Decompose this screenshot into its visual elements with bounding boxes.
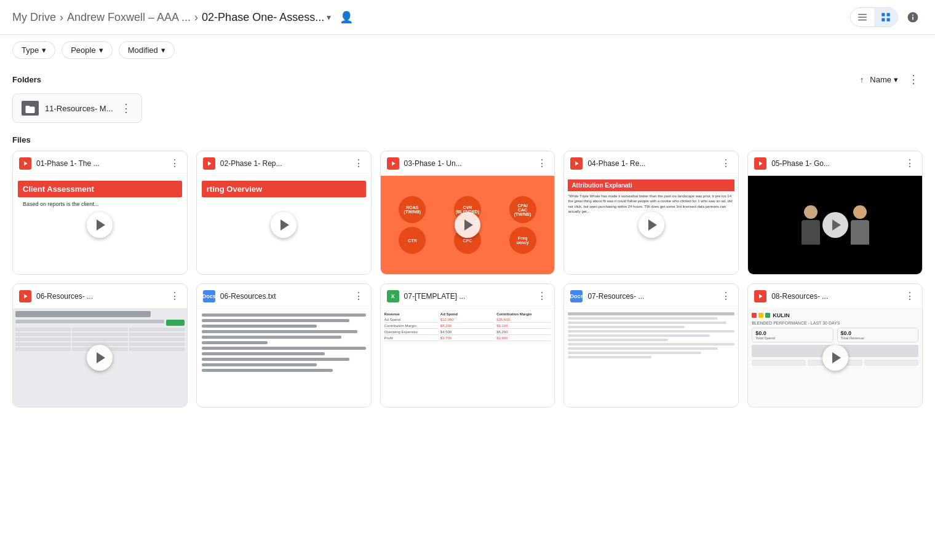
play-button-2[interactable] <box>271 212 296 238</box>
breadcrumb-current-label: 02-Phase One- Assess... <box>202 11 324 24</box>
sort-direction-button[interactable]: ↑ <box>860 75 864 84</box>
file-more-button-5[interactable]: ⋮ <box>904 156 916 170</box>
type-chevron-icon: ▾ <box>42 45 46 55</box>
file-type-icon-2 <box>203 157 215 170</box>
sort-arrow-icon: ↑ <box>860 75 864 84</box>
sort-name-label: Name <box>870 75 891 84</box>
people-filter-button[interactable]: People ▾ <box>62 41 112 59</box>
thumb-bullet-1: Based on reports is the client... <box>23 201 182 207</box>
sort-name-button[interactable]: Name ▾ <box>870 75 898 84</box>
file-more-button-10[interactable]: ⋮ <box>904 289 916 303</box>
file-more-button-2[interactable]: ⋮ <box>352 156 365 170</box>
file-thumbnail-1: Client Assessment Based on reports is th… <box>13 176 187 274</box>
file-more-button-1[interactable]: ⋮ <box>169 156 181 170</box>
file-card-2[interactable]: 02-Phase 1- Rep... ⋮ rting Overview <box>196 151 372 275</box>
section-more-button[interactable]: ⋮ <box>904 71 923 87</box>
thumb-doc-7 <box>197 309 371 407</box>
thumb-attr-text: "While Triple Whale has made it somewhat… <box>568 194 734 215</box>
svg-rect-3 <box>881 13 885 16</box>
file-card-8-header: X 07-[TEMPLATE] ... ⋮ <box>381 284 555 309</box>
sort-name-chevron-icon: ▾ <box>894 75 898 84</box>
modified-chevron-icon: ▾ <box>161 45 165 55</box>
file-thumbnail-5 <box>748 176 922 274</box>
svg-rect-1 <box>858 17 867 18</box>
file-type-icon-6 <box>19 290 31 302</box>
file-thumbnail-6 <box>13 309 187 407</box>
breadcrumb-current-folder: 02-Phase One- Assess... ▾ <box>202 11 331 24</box>
file-card-4[interactable]: 04-Phase 1- Re... ⋮ Attribution Explanat… <box>563 151 739 275</box>
folder-more-button[interactable]: ⋮ <box>119 100 133 116</box>
file-name-3: 03-Phase 1- Un... <box>404 159 531 168</box>
list-view-button[interactable] <box>851 8 874 26</box>
info-button[interactable] <box>903 7 923 27</box>
thumb-attr-banner: Attribution Explanati <box>568 179 734 191</box>
svg-rect-4 <box>887 13 890 16</box>
filter-bar: Type ▾ People ▾ Modified ▾ <box>0 35 935 65</box>
file-thumbnail-9 <box>564 309 738 407</box>
play-button-3[interactable] <box>455 212 480 238</box>
breadcrumb-my-drive[interactable]: My Drive <box>12 11 56 24</box>
file-card-10[interactable]: 08-Resources- ... ⋮ KULIN BL <box>747 283 923 408</box>
people-chevron-icon: ▾ <box>99 45 103 55</box>
file-more-button-8[interactable]: ⋮ <box>536 289 548 303</box>
file-card-7[interactable]: Docs 06-Resources.txt ⋮ <box>196 283 372 408</box>
breadcrumb-bar: My Drive › Andrew Foxwell – AAA ... › 02… <box>0 0 935 35</box>
modified-filter-button[interactable]: Modified ▾ <box>119 41 175 59</box>
grid-view-button[interactable] <box>874 8 897 26</box>
file-more-button-6[interactable]: ⋮ <box>169 289 181 303</box>
file-card-2-header: 02-Phase 1- Rep... ⋮ <box>197 151 371 176</box>
kulin-metric2-val: $0.0 <box>841 330 915 336</box>
thumb-banner-1: Client Assessment <box>18 181 182 197</box>
file-type-icon-3 <box>387 157 399 170</box>
files-grid: 01-Phase 1- The ... ⋮ Client Assessment … <box>12 151 923 408</box>
file-name-9: 07-Resources- ... <box>587 292 715 301</box>
view-toggle <box>850 7 898 27</box>
folders-section-title: Folders <box>12 75 41 84</box>
svg-rect-2 <box>858 20 867 21</box>
breadcrumb-dropdown-icon[interactable]: ▾ <box>327 12 331 22</box>
play-button-10[interactable] <box>822 345 848 371</box>
file-card-5[interactable]: 05-Phase 1- Go... ⋮ <box>747 151 923 275</box>
file-type-icon-5 <box>754 157 766 170</box>
kulin-metric2-label: Total Revenue <box>841 336 915 340</box>
file-type-icon-1 <box>19 157 31 170</box>
file-card-4-header: 04-Phase 1- Re... ⋮ <box>564 151 738 176</box>
file-more-button-9[interactable]: ⋮ <box>720 289 732 303</box>
shared-users-icon[interactable]: 👤 <box>340 10 353 24</box>
file-thumbnail-10: KULIN BLENDED PERFORMANCE - LAST 30 DAYS… <box>748 309 922 407</box>
file-type-icon-10 <box>754 290 766 302</box>
file-card-3[interactable]: 03-Phase 1- Un... ⋮ ROAS(TW/NB) CVR(BLEN… <box>380 151 555 275</box>
file-thumbnail-3: ROAS(TW/NB) CVR(BLENDED) CPA/CAC(TW/NB) … <box>381 176 555 274</box>
play-button-4[interactable] <box>639 212 664 238</box>
file-card-1[interactable]: 01-Phase 1- The ... ⋮ Client Assessment … <box>12 151 188 275</box>
file-name-2: 02-Phase 1- Rep... <box>220 159 348 168</box>
metric-frequency: Frequency <box>509 227 536 254</box>
files-section: Files 01-Phase 1- The ... ⋮ Client Asses… <box>12 135 923 408</box>
file-card-8[interactable]: X 07-[TEMPLATE] ... ⋮ Revenue Ad Spend C… <box>380 283 555 408</box>
svg-rect-5 <box>881 18 885 22</box>
file-card-9[interactable]: Docs 07-Resources- ... ⋮ <box>563 283 739 408</box>
file-name-4: 04-Phase 1- Re... <box>587 159 715 168</box>
file-name-10: 08-Resources- ... <box>771 292 899 301</box>
file-card-6-header: 06-Resources- ... ⋮ <box>13 284 187 309</box>
folder-name: 11-Resources- M... <box>45 104 113 113</box>
files-section-header: Files <box>12 135 923 144</box>
metric-cpa: CPA/CAC(TW/NB) <box>509 196 536 223</box>
file-thumbnail-2: rting Overview <box>197 176 371 274</box>
file-name-5: 05-Phase 1- Go... <box>771 159 899 168</box>
breadcrumb-sep-2: › <box>194 11 198 24</box>
type-filter-button[interactable]: Type ▾ <box>12 41 55 59</box>
sort-controls: ↑ Name ▾ ⋮ <box>860 71 923 87</box>
file-more-button-4[interactable]: ⋮ <box>720 156 732 170</box>
file-more-button-3[interactable]: ⋮ <box>536 156 548 170</box>
svg-rect-0 <box>858 14 867 15</box>
file-card-7-header: Docs 06-Resources.txt ⋮ <box>197 284 371 309</box>
file-card-3-header: 03-Phase 1- Un... ⋮ <box>381 151 555 176</box>
folder-item-resources[interactable]: 11-Resources- M... ⋮ <box>12 93 142 123</box>
file-thumbnail-7 <box>197 309 371 407</box>
kulin-metric1-val: $0.0 <box>755 330 829 336</box>
play-button-5[interactable] <box>822 212 848 238</box>
file-more-button-7[interactable]: ⋮ <box>352 289 365 303</box>
breadcrumb-andrew-foxwell[interactable]: Andrew Foxwell – AAA ... <box>67 11 191 24</box>
file-card-6[interactable]: 06-Resources- ... ⋮ <box>12 283 188 408</box>
